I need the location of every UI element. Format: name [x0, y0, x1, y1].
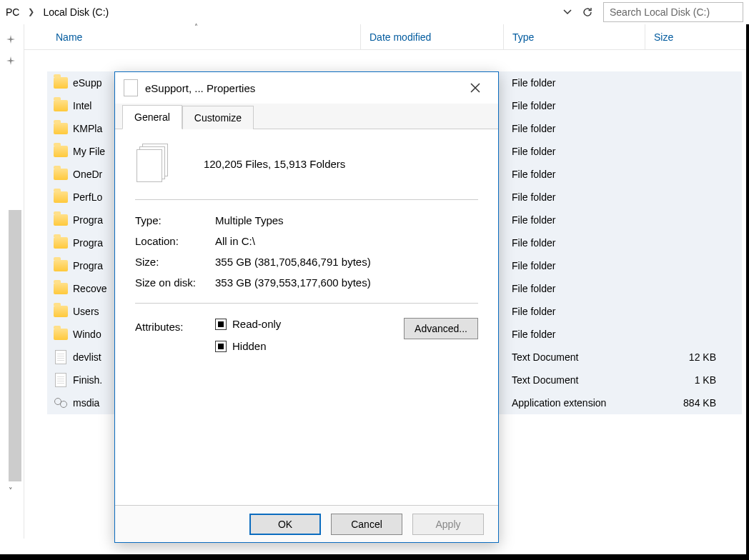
tab-customize[interactable]: Customize [182, 106, 254, 129]
folder-icon [54, 283, 68, 294]
checkbox-readonly-label: Read-only [232, 318, 281, 330]
label-type: Type: [135, 214, 215, 226]
dialog-title: eSupport, ... Properties [145, 82, 461, 94]
search-placeholder: Search Local Disk (C:) [610, 6, 710, 18]
checkbox-icon [215, 341, 227, 352]
folder-icon [54, 260, 68, 271]
close-icon [470, 83, 480, 93]
file-type: File folder [503, 146, 645, 157]
file-type: File folder [503, 214, 645, 226]
column-type-label: Type [512, 31, 534, 43]
breadcrumb: PC ❯ Local Disk (C:) [0, 0, 114, 24]
file-type: File folder [503, 306, 645, 317]
window-edge [746, 24, 749, 554]
file-type: Text Document [503, 374, 645, 386]
advanced-button[interactable]: Advanced... [404, 318, 478, 339]
folder-icon [54, 214, 68, 226]
folder-icon [54, 191, 68, 203]
sort-ascending-icon: ˄ [194, 23, 198, 31]
folder-icon [54, 237, 68, 249]
document-icon [55, 350, 66, 364]
nav-pane-edge: ˅ [0, 24, 24, 539]
folder-icon [54, 77, 68, 89]
file-type: File folder [503, 191, 645, 203]
close-button[interactable] [461, 72, 490, 104]
dialog-titlebar[interactable]: eSupport, ... Properties [115, 72, 498, 104]
column-size[interactable]: Size [645, 24, 730, 49]
pin-icon [4, 33, 17, 46]
address-bar: PC ❯ Local Disk (C:) Search Local Disk (… [0, 0, 749, 24]
folder-icon [54, 169, 68, 180]
document-icon [55, 373, 66, 387]
column-date-label: Date modified [369, 31, 431, 43]
ok-button[interactable]: OK [249, 514, 321, 535]
value-location: All in C:\ [215, 235, 478, 247]
document-icon [124, 79, 138, 96]
file-size: 1 KB [645, 374, 730, 386]
dialog-tabs: General Customize [115, 104, 498, 129]
file-type: File folder [503, 169, 645, 180]
chevron-right-icon[interactable]: ❯ [25, 0, 37, 24]
refresh-icon [582, 6, 593, 18]
pin-icon [4, 54, 17, 67]
nav-scrollbar[interactable] [9, 210, 21, 481]
divider [135, 199, 478, 200]
folder-icon [54, 329, 68, 340]
search-input[interactable]: Search Local Disk (C:) [603, 2, 743, 22]
chevron-down-icon [563, 8, 572, 16]
properties-dialog: eSupport, ... Properties General Customi… [114, 71, 499, 543]
window-edge [0, 554, 749, 560]
file-type: Text Document [503, 351, 645, 363]
column-name-label: Name [56, 31, 82, 43]
dialog-body: 120,205 Files, 15,913 Folders Type: Mult… [115, 129, 498, 505]
folder-icon [54, 100, 68, 111]
column-headers: Name ˄ Date modified Type Size [0, 24, 749, 50]
chevron-down-icon[interactable]: ˅ [9, 486, 13, 496]
breadcrumb-pc[interactable]: PC [0, 0, 25, 24]
dialog-buttons: OK Cancel Apply [115, 505, 498, 542]
file-type: File folder [503, 329, 645, 340]
checkbox-readonly[interactable]: Read-only [215, 318, 281, 330]
folder-icon [54, 306, 68, 317]
label-attributes: Attributes: [135, 318, 215, 333]
column-type[interactable]: Type [503, 24, 645, 49]
cancel-button[interactable]: Cancel [331, 514, 402, 535]
label-size: Size: [135, 256, 215, 268]
value-size-on-disk: 353 GB (379,553,177,600 bytes) [215, 276, 478, 289]
file-type: File folder [503, 260, 645, 271]
checkbox-hidden[interactable]: Hidden [215, 340, 281, 352]
summary-text: 120,205 Files, 15,913 Folders [204, 158, 345, 170]
folder-icon [54, 123, 68, 134]
label-location: Location: [135, 235, 215, 247]
file-size: 884 KB [645, 397, 730, 409]
checkbox-hidden-label: Hidden [232, 340, 267, 352]
address-dropdown[interactable] [557, 2, 577, 22]
checkbox-icon [215, 319, 227, 330]
file-type: File folder [503, 123, 645, 134]
column-date[interactable]: Date modified [360, 24, 503, 49]
apply-button[interactable]: Apply [412, 514, 484, 535]
multi-document-icon [135, 142, 178, 185]
file-type: File folder [503, 100, 645, 111]
file-type: Application extension [503, 397, 645, 409]
divider [135, 303, 478, 304]
file-type: File folder [503, 237, 645, 249]
column-name[interactable]: Name ˄ [47, 24, 360, 49]
value-size: 355 GB (381,705,846,791 bytes) [215, 256, 478, 268]
file-type: File folder [503, 283, 645, 294]
folder-icon [54, 146, 68, 157]
breadcrumb-local-disk[interactable]: Local Disk (C:) [37, 0, 114, 24]
file-size: 12 KB [645, 351, 730, 363]
file-type: File folder [503, 77, 645, 89]
gear-icon [54, 396, 67, 409]
label-size-on-disk: Size on disk: [135, 276, 215, 289]
tab-general[interactable]: General [122, 105, 182, 129]
column-size-label: Size [654, 31, 673, 43]
value-type: Multiple Types [215, 214, 478, 226]
refresh-button[interactable] [577, 2, 597, 22]
